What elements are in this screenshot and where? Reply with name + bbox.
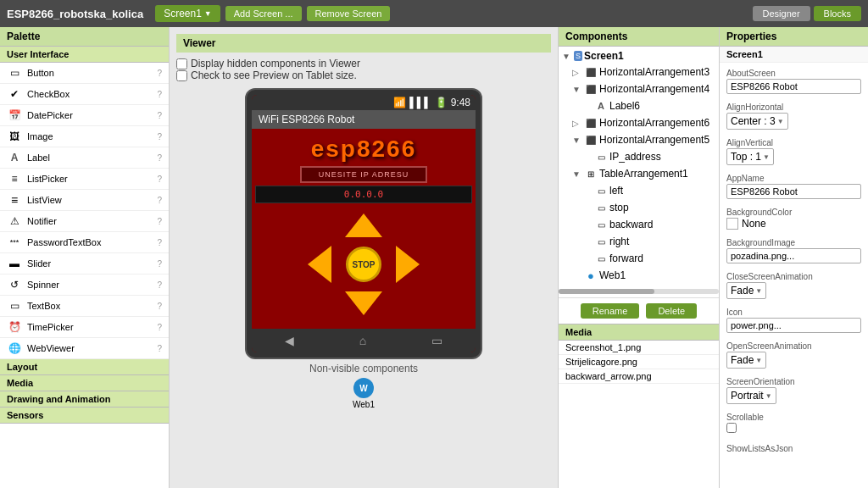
components-header: Components [559, 27, 719, 47]
ctrl-left[interactable] [298, 246, 341, 283]
textbox-icon: ▭ [7, 298, 22, 313]
comp-harr4[interactable]: ▼ ⬛ HorizontalArrangement4 [569, 80, 719, 97]
label6-icon: A [594, 99, 608, 113]
appname-input[interactable] [726, 184, 861, 199]
comp-stop-label: stop [609, 202, 629, 214]
remove-screen-button[interactable]: Remove Screen [307, 6, 391, 21]
icon-input[interactable] [726, 318, 861, 333]
ctrl-right[interactable] [387, 246, 429, 283]
open-anim-label: OpenScreenAnimation [726, 341, 861, 351]
media-item-1[interactable]: Screenshot_1.png [559, 341, 719, 355]
palette-item-timepicker[interactable]: ⏰ TimePicker ? [0, 317, 169, 338]
comp-left[interactable]: ▭ left [579, 182, 719, 199]
scrollable-checkbox[interactable] [726, 423, 737, 433]
harr4-icon: ⬛ [584, 82, 598, 96]
viewer-header: Viewer [176, 34, 551, 53]
bgcolor-swatch[interactable] [726, 218, 738, 230]
tablearr1-toggle[interactable]: ▼ [572, 169, 582, 179]
comp-web1[interactable]: ● Web1 [569, 267, 719, 284]
comp-ipaddress[interactable]: ▭ IP_address [579, 148, 719, 165]
prop-align-horizontal: AlignHorizontal Center : 3 ▼ [720, 97, 868, 132]
palette-item-spinner[interactable]: ↺ Spinner ? [0, 274, 169, 296]
comp-screen1[interactable]: ▼ S Screen1 [559, 48, 719, 64]
palette-item-listview[interactable]: ≡ ListView ? [0, 190, 169, 211]
comp-harr6[interactable]: ▷ ⬛ HorizontalArrangement6 [569, 114, 719, 131]
bgimage-input[interactable] [726, 248, 861, 263]
palette-item-datepicker[interactable]: 📅 DatePicker ? [0, 105, 169, 126]
designer-button[interactable]: Designer [753, 6, 810, 21]
components-scrollbar[interactable] [559, 289, 719, 294]
icon-label: Icon [726, 308, 861, 317]
recent-nav-icon[interactable]: ▭ [431, 334, 442, 347]
harr3-toggle[interactable]: ▷ [572, 68, 582, 77]
comp-right-label: right [609, 236, 629, 247]
screen1-toggle[interactable]: ▼ [562, 52, 572, 61]
harr5-icon: ⬛ [584, 133, 598, 147]
align-h-dropdown[interactable]: Center : 3 ▼ [726, 113, 788, 130]
comp-backward[interactable]: ▭ backward [579, 216, 719, 233]
comp-tablearr1[interactable]: ▼ ⊞ TableArrangement1 [569, 165, 719, 182]
palette-section-layout[interactable]: Layout [0, 359, 169, 375]
harr5-toggle[interactable]: ▼ [572, 136, 582, 145]
tablet-preview-option[interactable]: Check to see Preview on Tablet size. [176, 69, 551, 81]
harr4-toggle[interactable]: ▼ [572, 85, 582, 94]
add-screen-button[interactable]: Add Screen ... [225, 6, 302, 21]
about-screen-input[interactable] [726, 79, 861, 94]
align-v-label: AlignVertical [726, 138, 861, 147]
close-anim-dropdown[interactable]: Fade ▼ [726, 282, 766, 299]
palette-item-checkbox[interactable]: ✔ CheckBox ? [0, 84, 169, 105]
back-nav-icon[interactable]: ◀ [285, 334, 294, 347]
palette-item-passwordtextbox[interactable]: *** PasswordTextBox ? [0, 232, 169, 253]
image-icon: 🖼 [7, 129, 22, 144]
media-item-2[interactable]: Strijelicagore.png [559, 355, 719, 369]
tablearr1-icon: ⊞ [584, 167, 598, 180]
comp-harr3[interactable]: ▷ ⬛ HorizontalArrangement3 [569, 64, 719, 80]
palette-section-sensors[interactable]: Sensors [0, 408, 169, 424]
comp-harr5[interactable]: ▼ ⬛ HorizontalArrangement5 [569, 131, 719, 148]
stop-button[interactable]: STOP [346, 247, 381, 282]
screen-orientation-dropdown[interactable]: Portrait ▼ [726, 387, 776, 404]
palette-item-image[interactable]: 🖼 Image ? [0, 126, 169, 147]
ctrl-stop[interactable]: STOP [342, 246, 385, 283]
screen1-tab[interactable]: Screen1 ▼ [155, 5, 220, 22]
comp-right[interactable]: ▭ right [579, 233, 719, 250]
hidden-components-checkbox[interactable] [176, 58, 187, 69]
comp-forward-label: forward [609, 252, 643, 264]
ctrl-up[interactable] [342, 207, 385, 244]
comp-screen1-label: Screen1 [584, 50, 624, 62]
ctrl-empty-bl [298, 285, 341, 322]
home-nav-icon[interactable]: ⌂ [359, 334, 366, 347]
palette-item-webviewer[interactable]: 🌐 WebViewer ? [0, 338, 169, 359]
open-anim-dropdown[interactable]: Fade ▼ [726, 352, 766, 369]
properties-screen-title: Screen1 [720, 47, 868, 63]
phone-addr-button[interactable]: UNESITE IP ADRESU [300, 166, 427, 183]
web1-icon: W [353, 378, 374, 398]
align-v-dropdown[interactable]: Top : 1 ▼ [726, 148, 774, 165]
harr6-toggle[interactable]: ▷ [572, 119, 582, 128]
palette-item-button[interactable]: ▭ Button ? [0, 63, 169, 84]
tablet-preview-checkbox[interactable] [176, 70, 187, 81]
palette-item-notifier[interactable]: ⚠ Notifier ? [0, 211, 169, 232]
harr3-icon: ⬛ [584, 65, 598, 79]
delete-button[interactable]: Delete [646, 303, 697, 319]
comp-forward[interactable]: ▭ forward [579, 250, 719, 267]
palette-item-label[interactable]: A Label ? [0, 147, 169, 169]
media-item-3[interactable]: backward_arrow.png [559, 369, 719, 384]
stop-icon: ▭ [594, 201, 608, 214]
comp-label6[interactable]: A Label6 [579, 97, 719, 114]
palette-section-media[interactable]: Media [0, 375, 169, 391]
rename-button[interactable]: Rename [581, 303, 640, 319]
align-v-arrow: ▼ [763, 153, 770, 161]
comp-web1-label: Web1 [599, 269, 626, 281]
comp-stop[interactable]: ▭ stop [579, 199, 719, 216]
hidden-components-option[interactable]: Display hidden components in Viewer [176, 58, 551, 69]
palette-section-ui[interactable]: User Interface [0, 47, 169, 63]
palette-section-drawing[interactable]: Drawing and Animation [0, 391, 169, 408]
prop-close-anim: CloseScreenAnimation Fade ▼ [720, 266, 868, 302]
palette-item-slider[interactable]: ▬ Slider ? [0, 253, 169, 274]
listpicker-icon: ≡ [7, 171, 22, 186]
blocks-button[interactable]: Blocks [814, 6, 861, 21]
palette-item-textbox[interactable]: ▭ TextBox ? [0, 296, 169, 317]
ctrl-down[interactable] [342, 285, 385, 322]
palette-item-listpicker[interactable]: ≡ ListPicker ? [0, 169, 169, 190]
